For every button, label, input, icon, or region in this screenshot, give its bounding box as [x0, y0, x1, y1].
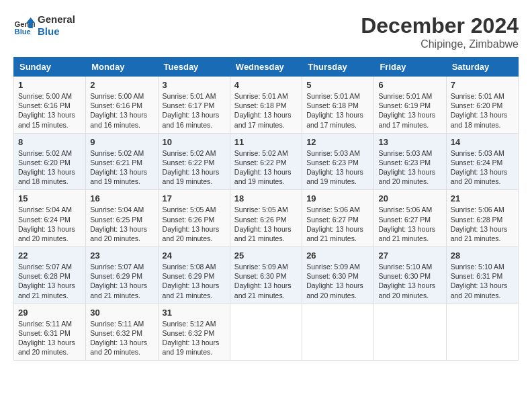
day-info: Sunrise: 5:06 AMSunset: 6:28 PMDaylight:…: [451, 205, 514, 243]
day-number: 9: [90, 137, 153, 147]
day-number: 25: [234, 250, 298, 261]
calendar-week-row: 8Sunrise: 5:02 AMSunset: 6:20 PMDaylight…: [14, 133, 519, 190]
day-number: 19: [306, 193, 369, 203]
day-number: 11: [234, 137, 298, 147]
logo-text-general: General: [38, 13, 75, 26]
day-number: 7: [451, 80, 514, 90]
day-number: 21: [451, 193, 514, 203]
calendar-week-row: 15Sunrise: 5:04 AMSunset: 6:24 PMDayligh…: [14, 190, 519, 247]
logo-icon: General Blue: [13, 15, 35, 36]
calendar-day-cell: 1Sunrise: 5:00 AMSunset: 6:16 PMDaylight…: [14, 77, 86, 134]
day-info: Sunrise: 5:04 AMSunset: 6:25 PMDaylight:…: [90, 205, 153, 243]
calendar-day-cell: 25Sunrise: 5:09 AMSunset: 6:30 PMDayligh…: [230, 247, 302, 304]
day-info: Sunrise: 5:02 AMSunset: 6:20 PMDaylight:…: [18, 148, 81, 187]
day-info: Sunrise: 5:02 AMSunset: 6:22 PMDaylight:…: [163, 148, 226, 187]
empty-cell: [374, 304, 446, 361]
day-number: 15: [18, 193, 81, 203]
day-number: 1: [18, 80, 81, 90]
calendar-day-cell: 31Sunrise: 5:12 AMSunset: 6:32 PMDayligh…: [158, 304, 230, 361]
calendar-day-cell: 26Sunrise: 5:09 AMSunset: 6:30 PMDayligh…: [302, 247, 374, 304]
day-info: Sunrise: 5:01 AMSunset: 6:18 PMDaylight:…: [306, 91, 369, 130]
location-subtitle: Chipinge, Zimbabwe: [361, 38, 519, 50]
calendar-day-cell: 9Sunrise: 5:02 AMSunset: 6:21 PMDaylight…: [86, 133, 158, 190]
day-info: Sunrise: 5:06 AMSunset: 6:27 PMDaylight:…: [378, 205, 441, 243]
calendar-day-cell: 5Sunrise: 5:01 AMSunset: 6:18 PMDaylight…: [302, 77, 374, 134]
day-number: 27: [378, 250, 441, 261]
calendar-day-cell: 27Sunrise: 5:10 AMSunset: 6:30 PMDayligh…: [374, 247, 446, 304]
day-number: 24: [163, 250, 226, 261]
calendar-day-cell: 6Sunrise: 5:01 AMSunset: 6:19 PMDaylight…: [374, 77, 446, 134]
day-info: Sunrise: 5:02 AMSunset: 6:21 PMDaylight:…: [90, 148, 153, 187]
day-number: 4: [234, 80, 298, 90]
calendar-day-cell: 11Sunrise: 5:02 AMSunset: 6:22 PMDayligh…: [230, 133, 302, 190]
calendar-day-cell: 17Sunrise: 5:05 AMSunset: 6:26 PMDayligh…: [158, 190, 230, 247]
day-number: 29: [18, 308, 81, 318]
day-info: Sunrise: 5:09 AMSunset: 6:30 PMDaylight:…: [306, 262, 369, 300]
calendar-day-cell: 20Sunrise: 5:06 AMSunset: 6:27 PMDayligh…: [374, 190, 446, 247]
day-number: 18: [234, 193, 298, 203]
day-info: Sunrise: 5:10 AMSunset: 6:31 PMDaylight:…: [451, 262, 514, 300]
day-info: Sunrise: 5:09 AMSunset: 6:30 PMDaylight:…: [234, 262, 298, 300]
calendar-day-cell: 22Sunrise: 5:07 AMSunset: 6:28 PMDayligh…: [14, 247, 86, 304]
col-header-wednesday: Wednesday: [230, 58, 302, 77]
day-info: Sunrise: 5:02 AMSunset: 6:22 PMDaylight:…: [234, 148, 298, 187]
day-number: 17: [163, 193, 226, 203]
calendar-day-cell: 16Sunrise: 5:04 AMSunset: 6:25 PMDayligh…: [86, 190, 158, 247]
day-number: 3: [163, 80, 226, 90]
day-info: Sunrise: 5:06 AMSunset: 6:27 PMDaylight:…: [306, 205, 369, 243]
day-info: Sunrise: 5:11 AMSunset: 6:32 PMDaylight:…: [90, 319, 153, 357]
empty-cell: [302, 304, 374, 361]
calendar-week-row: 22Sunrise: 5:07 AMSunset: 6:28 PMDayligh…: [14, 247, 519, 304]
calendar-header-row: SundayMondayTuesdayWednesdayThursdayFrid…: [14, 58, 519, 77]
day-number: 13: [378, 137, 441, 147]
day-info: Sunrise: 5:03 AMSunset: 6:23 PMDaylight:…: [378, 148, 441, 187]
day-info: Sunrise: 5:01 AMSunset: 6:19 PMDaylight:…: [378, 91, 441, 130]
day-info: Sunrise: 5:00 AMSunset: 6:16 PMDaylight:…: [18, 91, 81, 130]
col-header-sunday: Sunday: [14, 58, 86, 77]
title-area: December 2024 Chipinge, Zimbabwe: [361, 13, 519, 50]
calendar-week-row: 1Sunrise: 5:00 AMSunset: 6:16 PMDaylight…: [14, 77, 519, 134]
day-info: Sunrise: 5:05 AMSunset: 6:26 PMDaylight:…: [234, 205, 298, 243]
calendar-week-row: 29Sunrise: 5:11 AMSunset: 6:31 PMDayligh…: [14, 304, 519, 361]
day-number: 28: [451, 250, 514, 261]
day-number: 8: [18, 137, 81, 147]
calendar-day-cell: 24Sunrise: 5:08 AMSunset: 6:29 PMDayligh…: [158, 247, 230, 304]
day-info: Sunrise: 5:11 AMSunset: 6:31 PMDaylight:…: [18, 319, 81, 357]
col-header-tuesday: Tuesday: [158, 58, 230, 77]
svg-text:Blue: Blue: [15, 28, 31, 36]
day-number: 5: [306, 80, 369, 90]
day-info: Sunrise: 5:03 AMSunset: 6:23 PMDaylight:…: [306, 148, 369, 187]
day-number: 12: [306, 137, 369, 147]
logo-text-blue: Blue: [38, 26, 75, 38]
calendar-day-cell: 15Sunrise: 5:04 AMSunset: 6:24 PMDayligh…: [14, 190, 86, 247]
page-header: General Blue General Blue December 2024 …: [13, 13, 519, 50]
col-header-saturday: Saturday: [446, 58, 518, 77]
day-info: Sunrise: 5:01 AMSunset: 6:18 PMDaylight:…: [234, 91, 298, 130]
col-header-friday: Friday: [374, 58, 446, 77]
day-number: 30: [90, 308, 153, 318]
calendar-day-cell: 10Sunrise: 5:02 AMSunset: 6:22 PMDayligh…: [158, 133, 230, 190]
day-info: Sunrise: 5:01 AMSunset: 6:17 PMDaylight:…: [163, 91, 226, 130]
calendar-day-cell: 29Sunrise: 5:11 AMSunset: 6:31 PMDayligh…: [14, 304, 86, 361]
logo: General Blue General Blue: [13, 13, 75, 38]
calendar-day-cell: 19Sunrise: 5:06 AMSunset: 6:27 PMDayligh…: [302, 190, 374, 247]
calendar-day-cell: 4Sunrise: 5:01 AMSunset: 6:18 PMDaylight…: [230, 77, 302, 134]
day-info: Sunrise: 5:01 AMSunset: 6:20 PMDaylight:…: [451, 91, 514, 130]
calendar-day-cell: 8Sunrise: 5:02 AMSunset: 6:20 PMDaylight…: [14, 133, 86, 190]
calendar-day-cell: 3Sunrise: 5:01 AMSunset: 6:17 PMDaylight…: [158, 77, 230, 134]
calendar-day-cell: 7Sunrise: 5:01 AMSunset: 6:20 PMDaylight…: [446, 77, 518, 134]
day-info: Sunrise: 5:08 AMSunset: 6:29 PMDaylight:…: [163, 262, 226, 300]
calendar-day-cell: 21Sunrise: 5:06 AMSunset: 6:28 PMDayligh…: [446, 190, 518, 247]
day-number: 10: [163, 137, 226, 147]
day-info: Sunrise: 5:10 AMSunset: 6:30 PMDaylight:…: [378, 262, 441, 300]
calendar-day-cell: 18Sunrise: 5:05 AMSunset: 6:26 PMDayligh…: [230, 190, 302, 247]
calendar-day-cell: 28Sunrise: 5:10 AMSunset: 6:31 PMDayligh…: [446, 247, 518, 304]
calendar-day-cell: 23Sunrise: 5:07 AMSunset: 6:29 PMDayligh…: [86, 247, 158, 304]
day-info: Sunrise: 5:07 AMSunset: 6:28 PMDaylight:…: [18, 262, 81, 300]
calendar-day-cell: 14Sunrise: 5:03 AMSunset: 6:24 PMDayligh…: [446, 133, 518, 190]
day-number: 23: [90, 250, 153, 261]
day-number: 6: [378, 80, 441, 90]
col-header-monday: Monday: [86, 58, 158, 77]
empty-cell: [446, 304, 518, 361]
day-info: Sunrise: 5:05 AMSunset: 6:26 PMDaylight:…: [163, 205, 226, 243]
